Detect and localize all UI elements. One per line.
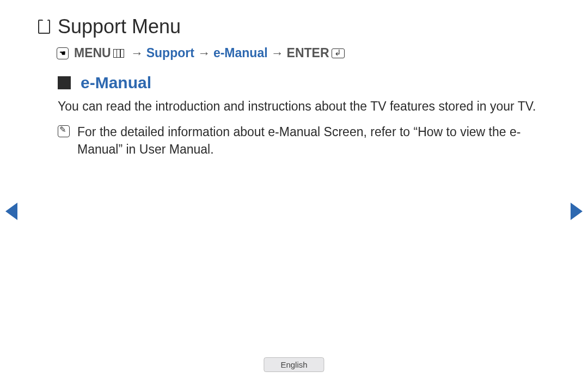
breadcrumb-support: Support: [146, 46, 194, 60]
breadcrumb-menu-label: MENU: [74, 46, 111, 60]
next-page-button[interactable]: [571, 203, 583, 220]
page-content: Support Menu ☚ MENU → Support → e-Manual…: [0, 0, 588, 159]
note-text: For the detailed information about e-Man…: [77, 123, 550, 159]
square-bullet-icon: [58, 76, 71, 89]
breadcrumb-emanual: e-Manual: [213, 46, 268, 60]
note-row: For the detailed information about e-Man…: [58, 123, 550, 159]
section-body: You can read the introduction and instru…: [58, 97, 550, 115]
arrow-icon: →: [131, 46, 143, 60]
page-title: Support Menu: [58, 15, 181, 38]
section-heading-row: e-Manual: [38, 74, 550, 92]
menu-icon: [113, 49, 124, 58]
bookmark-icon: [38, 20, 50, 34]
arrow-icon: →: [198, 46, 210, 60]
title-row: Support Menu: [38, 15, 550, 38]
arrow-icon: →: [271, 46, 284, 60]
hand-icon: ☚: [57, 47, 69, 59]
note-icon: [58, 125, 70, 137]
breadcrumb: ☚ MENU → Support → e-Manual → ENTER: [57, 46, 550, 60]
breadcrumb-enter-label: ENTER: [287, 46, 329, 60]
prev-page-button[interactable]: [5, 203, 17, 220]
enter-icon: [332, 48, 345, 58]
language-indicator[interactable]: English: [264, 357, 324, 372]
section-heading: e-Manual: [81, 74, 151, 92]
